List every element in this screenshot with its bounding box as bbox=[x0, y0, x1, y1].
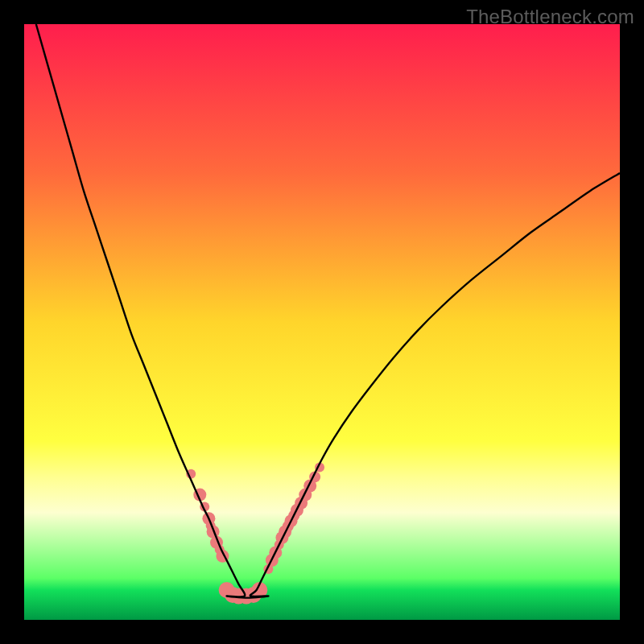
data-markers bbox=[186, 463, 324, 605]
plot-area bbox=[24, 24, 620, 620]
bottleneck-curve bbox=[36, 24, 620, 598]
curve-layer bbox=[24, 24, 620, 620]
watermark-text: TheBottleneck.com bbox=[466, 6, 634, 28]
chart-frame: TheBottleneck.com bbox=[0, 0, 644, 644]
